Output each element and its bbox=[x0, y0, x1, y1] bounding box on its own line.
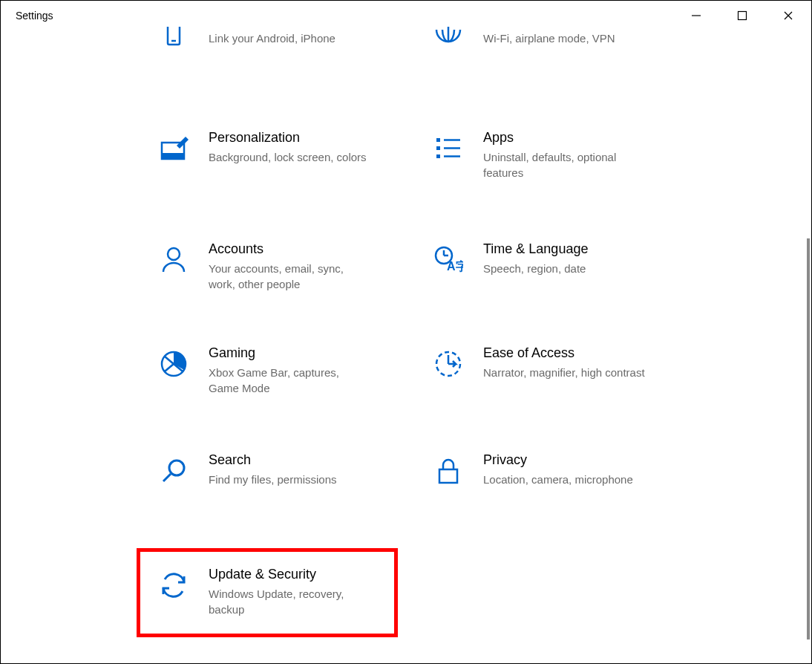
phone-icon bbox=[155, 23, 192, 60]
svg-rect-9 bbox=[162, 153, 184, 159]
tile-desc: Find my files, permissions bbox=[209, 472, 337, 487]
tile-phone[interactable]: Link your Android, iPhone bbox=[149, 30, 424, 75]
tile-accounts[interactable]: Accounts Your accounts, email, sync, wor… bbox=[149, 227, 424, 308]
tile-title: Accounts bbox=[209, 241, 372, 257]
maximize-button[interactable] bbox=[719, 1, 765, 30]
tile-desc: Uninstall, defaults, optional features bbox=[483, 149, 646, 180]
time-language-icon: A字 bbox=[430, 241, 467, 279]
svg-rect-10 bbox=[436, 138, 440, 142]
scrollbar[interactable] bbox=[807, 75, 810, 656]
minimize-icon bbox=[691, 10, 701, 21]
close-icon bbox=[783, 10, 793, 21]
tile-title: Privacy bbox=[483, 452, 633, 468]
svg-point-16 bbox=[168, 248, 180, 260]
window-controls bbox=[673, 1, 811, 30]
tile-personalization[interactable]: Personalization Background, lock screen,… bbox=[149, 115, 424, 197]
tile-desc: Speech, region, date bbox=[483, 261, 588, 276]
privacy-icon bbox=[430, 452, 467, 489]
svg-point-24 bbox=[169, 460, 184, 475]
svg-rect-12 bbox=[436, 146, 440, 150]
tile-privacy[interactable]: Privacy Location, camera, microphone bbox=[424, 437, 698, 519]
update-security-icon bbox=[155, 567, 192, 604]
tile-title: Ease of Access bbox=[483, 345, 645, 361]
tile-time-language[interactable]: A字 Time & Language Speech, region, date bbox=[424, 227, 698, 308]
search-icon bbox=[155, 452, 192, 489]
tile-gaming[interactable]: Gaming Xbox Game Bar, captures, Game Mod… bbox=[149, 331, 424, 412]
svg-rect-14 bbox=[436, 154, 440, 158]
tile-title: Update & Security bbox=[209, 567, 372, 582]
tile-title: Personalization bbox=[209, 130, 367, 146]
tile-title: Apps bbox=[483, 130, 646, 146]
tile-search[interactable]: Search Find my files, permissions bbox=[149, 437, 424, 519]
titlebar: Settings bbox=[1, 1, 811, 30]
svg-rect-1 bbox=[739, 12, 747, 20]
tile-ease-of-access[interactable]: Ease of Access Narrator, magnifier, high… bbox=[424, 331, 698, 412]
tile-update-security[interactable]: Update & Security Windows Update, recove… bbox=[149, 552, 424, 634]
accounts-icon bbox=[155, 241, 192, 279]
tile-desc: Narrator, magnifier, high contrast bbox=[483, 365, 645, 380]
close-button[interactable] bbox=[765, 1, 811, 30]
ease-of-access-icon bbox=[430, 345, 467, 383]
globe-icon bbox=[430, 23, 467, 60]
tile-desc: Wi-Fi, airplane mode, VPN bbox=[483, 30, 615, 46]
tile-title: Gaming bbox=[209, 345, 372, 361]
svg-line-25 bbox=[163, 474, 171, 481]
tile-desc: Background, lock screen, colors bbox=[209, 149, 367, 165]
apps-icon bbox=[430, 130, 467, 167]
svg-rect-4 bbox=[168, 27, 180, 45]
tile-desc: Windows Update, recovery, backup bbox=[209, 586, 372, 617]
scrollbar-thumb[interactable] bbox=[807, 238, 810, 639]
tile-desc: Your accounts, email, sync, work, other … bbox=[209, 261, 372, 292]
maximize-icon bbox=[737, 10, 747, 21]
svg-text:A字: A字 bbox=[447, 259, 463, 273]
svg-rect-26 bbox=[439, 469, 457, 483]
tile-desc: Location, camera, microphone bbox=[483, 472, 633, 487]
settings-grid: Link your Android, iPhone Wi-Fi, airplan… bbox=[1, 30, 811, 634]
minimize-button[interactable] bbox=[673, 1, 719, 30]
gaming-icon bbox=[155, 345, 192, 383]
tile-apps[interactable]: Apps Uninstall, defaults, optional featu… bbox=[424, 115, 698, 197]
tile-desc: Xbox Game Bar, captures, Game Mode bbox=[209, 365, 372, 396]
personalization-icon bbox=[155, 130, 192, 167]
tile-title: Time & Language bbox=[483, 241, 588, 257]
window-title: Settings bbox=[16, 10, 53, 22]
tile-network[interactable]: Wi-Fi, airplane mode, VPN bbox=[424, 30, 698, 75]
tile-title: Search bbox=[209, 452, 337, 468]
tile-desc: Link your Android, iPhone bbox=[209, 30, 335, 46]
